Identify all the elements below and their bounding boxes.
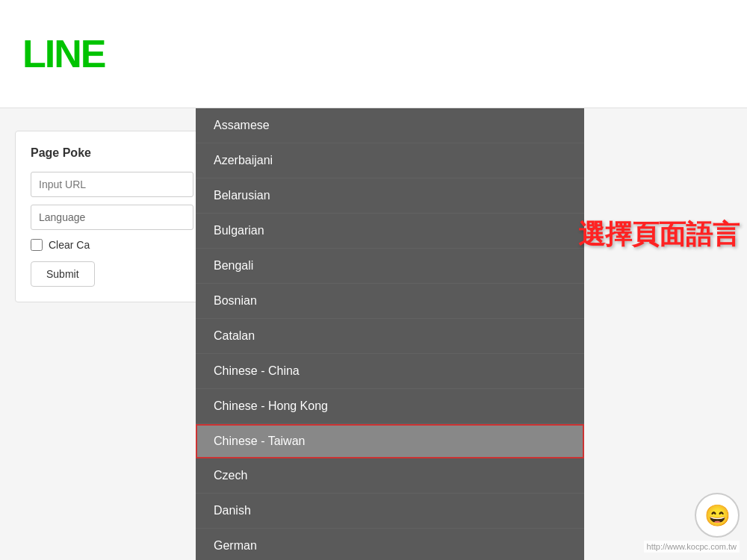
dropdown-item-chinese-china[interactable]: Chinese - China <box>196 354 584 389</box>
language-selector[interactable]: Language <box>31 205 193 230</box>
submit-button[interactable]: Submit <box>31 261 95 287</box>
annotation-text: 選擇頁面語言 <box>578 217 740 253</box>
top-bar: LINE <box>0 0 747 108</box>
clear-cache-row: Clear Ca <box>31 239 193 251</box>
dropdown-item-catalan[interactable]: Catalan <box>196 319 584 354</box>
clear-cache-label: Clear Ca <box>49 239 90 251</box>
form-panel: Page Poke Language Clear Ca Submit <box>15 131 209 302</box>
dropdown-item-chinese-taiwan[interactable]: Chinese - Taiwan <box>196 424 584 458</box>
watermark: 😄 http://www.kocpc.com.tw <box>644 493 740 553</box>
dropdown-item-bulgarian[interactable]: Bulgarian <box>196 214 584 249</box>
watermark-url: http://www.kocpc.com.tw <box>644 541 740 553</box>
dropdown-item-bengali[interactable]: Bengali <box>196 249 584 284</box>
dropdown-item-chinese-hong-kong[interactable]: Chinese - Hong Kong <box>196 389 584 424</box>
clear-cache-checkbox[interactable] <box>31 239 43 251</box>
dropdown-item-azerbaijani[interactable]: Azerbaijani <box>196 143 584 178</box>
language-dropdown[interactable]: AssameseAzerbaijaniBelarusianBulgarianBe… <box>196 108 584 560</box>
dropdown-item-czech[interactable]: Czech <box>196 458 584 494</box>
dropdown-item-belarusian[interactable]: Belarusian <box>196 178 584 214</box>
dropdown-item-assamese[interactable]: Assamese <box>196 108 584 143</box>
dropdown-item-danish[interactable]: Danish <box>196 494 584 529</box>
watermark-icon: 😄 <box>704 503 731 528</box>
language-label: Language <box>39 211 85 223</box>
line-logo: LINE <box>22 31 105 76</box>
url-input[interactable] <box>31 172 193 197</box>
dropdown-item-bosnian[interactable]: Bosnian <box>196 284 584 319</box>
watermark-logo: 😄 <box>695 493 740 538</box>
dropdown-item-german[interactable]: German <box>196 529 584 560</box>
main-content: Page Poke Language Clear Ca Submit Assam… <box>0 108 747 560</box>
form-title: Page Poke <box>31 146 193 160</box>
